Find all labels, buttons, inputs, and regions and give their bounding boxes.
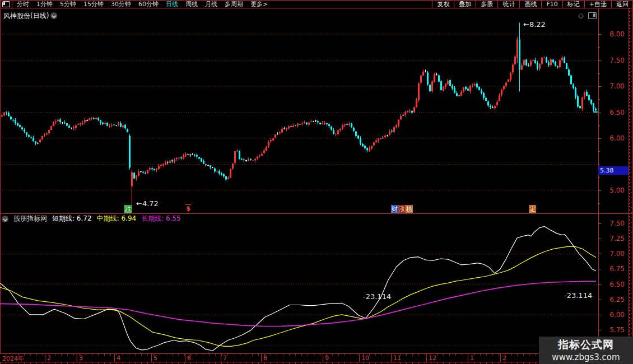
month-label[interactable]: 5 — [153, 354, 157, 362]
chart-marker-财[interactable]: 财 — [391, 205, 398, 213]
month-label[interactable]: 8 — [263, 354, 267, 362]
month-label[interactable]: 12 — [429, 354, 436, 362]
axis-tick — [598, 47, 600, 48]
watermark-overlay: 指标公式网 www.zbgs3.com — [539, 337, 633, 364]
axis-tick — [598, 315, 601, 315]
side-mini-pane — [629, 8, 632, 364]
trading-app-window: 分时1分钟5分钟15分钟30分钟60分钟日线周线月线多周期更多> 复权叠加多股统… — [0, 0, 633, 364]
axis-tick — [598, 330, 601, 330]
month-tick — [323, 354, 323, 362]
axis-tick — [598, 86, 601, 87]
month-tick — [500, 354, 501, 362]
indicator-annotation: -23.114 — [363, 292, 391, 301]
axis-tick — [598, 190, 601, 191]
last-price-tag: 5.38 — [598, 166, 629, 175]
axis-label: 6.50 — [609, 281, 625, 288]
indicator-line-中期线 — [0, 246, 596, 346]
month-label[interactable]: 11 — [393, 354, 401, 362]
axis-tick — [598, 203, 600, 204]
axis-tick — [598, 151, 600, 152]
axis-tick — [598, 239, 601, 239]
price-axis: 5.38 8.007.507.006.506.005.007.507.257.0… — [598, 8, 629, 362]
chart-marker-涨[interactable]: 涨 — [398, 205, 406, 213]
axis-label: 6.00 — [609, 134, 625, 142]
price-annotation: ←8.22 — [523, 20, 546, 29]
month-label[interactable]: 2 — [47, 354, 51, 362]
toolbar-button-返回[interactable]: 返回 — [611, 1, 633, 8]
month-tick — [261, 354, 262, 362]
month-tick — [45, 354, 45, 362]
month-label[interactable]: 6 — [187, 354, 191, 362]
axis-label: 7.50 — [609, 57, 625, 64]
indicator-annotation: -23.114 — [564, 291, 592, 300]
legend-短期线: 短期线: 6.72 — [52, 214, 92, 223]
month-label[interactable]: 2 — [502, 354, 506, 362]
axis-tick — [598, 284, 601, 285]
axis-tick — [598, 73, 600, 74]
axis-tick — [598, 178, 600, 178]
axis-label: 7.00 — [609, 250, 625, 258]
month-tick — [114, 354, 115, 362]
axis-tick — [598, 99, 600, 100]
axis-label: 5.75 — [609, 326, 625, 334]
month-tick — [221, 354, 221, 362]
axis-tick — [598, 300, 601, 300]
axis-label: 6.00 — [609, 311, 625, 319]
month-tick — [426, 354, 427, 362]
chart-marker-跌[interactable]: 跌 — [124, 205, 132, 213]
month-label[interactable]: 1 — [470, 354, 474, 362]
month-tick — [185, 354, 185, 362]
indicator-source-label: 股朋指标网 — [13, 214, 47, 223]
indicator-line-短期线 — [0, 226, 596, 351]
watermark-title: 指标公式网 — [539, 338, 633, 352]
axis-label: 5.00 — [609, 186, 625, 194]
month-tick — [359, 354, 360, 362]
chart-marker-榜[interactable]: 榜 — [406, 205, 413, 213]
price-annotation: ←4.72 — [136, 199, 159, 208]
axis-tick — [598, 269, 601, 269]
axis-label: 7.50 — [609, 220, 625, 227]
axis-label: 6.50 — [609, 109, 625, 116]
month-tick — [151, 354, 152, 362]
indicator-line-长期线 — [0, 281, 596, 326]
axis-tick — [598, 60, 601, 61]
indicator-legend: 股朋指标网 短期线: 6.72中期线: 6.94长期线: 6.55 — [2, 214, 181, 223]
axis-tick — [598, 254, 601, 254]
axis-label: 8.00 — [609, 30, 625, 38]
month-tick — [468, 354, 468, 362]
legend-中期线: 中期线: 6.94 — [97, 214, 137, 223]
date-axis[interactable]: 2024年2345678910111212 — [0, 354, 598, 362]
overlay-price-tick — [593, 111, 598, 113]
chart-canvas[interactable] — [0, 0, 598, 364]
axis-tick — [598, 113, 601, 113]
month-label[interactable]: 3 — [79, 354, 83, 362]
chart-marker-$[interactable]: $ — [185, 204, 191, 213]
axis-tick — [598, 138, 601, 139]
watermark-url: www.zbgs3.com — [539, 352, 633, 362]
axis-label: 7.25 — [609, 235, 625, 242]
month-tick — [77, 354, 77, 362]
month-label[interactable]: 7 — [223, 354, 227, 362]
axis-label: 7.00 — [609, 82, 625, 90]
axis-tick — [598, 223, 601, 224]
month-label[interactable]: 4 — [117, 354, 120, 362]
month-label[interactable]: 9 — [325, 354, 329, 362]
axis-tick — [598, 125, 600, 126]
axis-tick — [598, 165, 600, 165]
chart-marker-定[interactable]: 定 — [529, 205, 536, 213]
collapse-indicator-icon[interactable] — [2, 216, 8, 222]
axis-label: 6.25 — [609, 296, 625, 304]
month-label[interactable]: 10 — [361, 354, 369, 362]
month-label[interactable]: 2024年 — [2, 354, 24, 363]
axis-label: 6.75 — [609, 265, 625, 273]
month-tick — [391, 354, 392, 362]
legend-长期线: 长期线: 6.55 — [141, 214, 181, 223]
axis-tick — [598, 34, 601, 35]
